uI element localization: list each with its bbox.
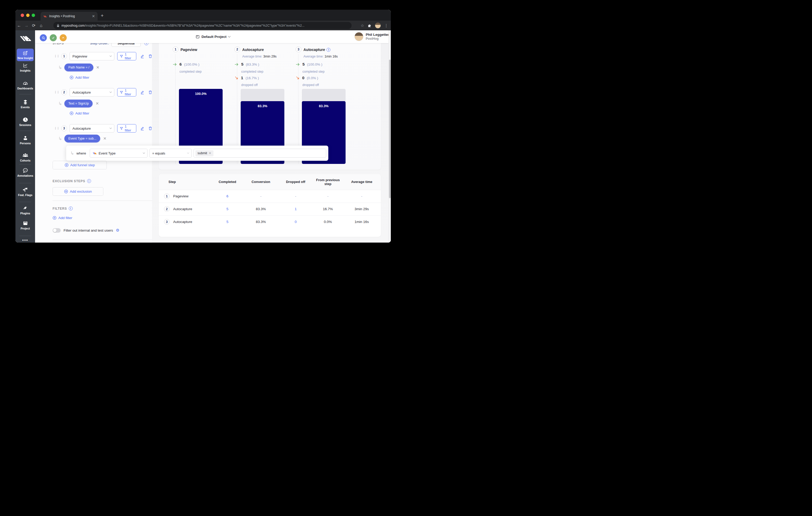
extensions-puzzle-icon[interactable]	[368, 24, 372, 27]
funnel-step-number: 3	[296, 47, 301, 52]
edit-step-icon[interactable]	[140, 54, 144, 58]
value-input[interactable]: submit ✕	[194, 149, 326, 158]
info-icon[interactable]: i	[87, 179, 91, 183]
sidebar-item-sessions[interactable]: Sessions	[16, 117, 35, 126]
sidebar-item-annotations[interactable]: Annotations	[16, 168, 35, 177]
nested-arrow-icon: ↳	[70, 151, 74, 155]
sidebar-item-insights[interactable]: Insights	[16, 63, 35, 72]
info-icon[interactable]: i	[326, 48, 330, 52]
url-bar[interactable]: myposthog.com/insights?insight=FUNNELS&a…	[53, 22, 352, 29]
filter-pill[interactable]: Event Type = sub...	[64, 134, 100, 143]
sidebar-item-dashboards[interactable]: Dashboards	[16, 81, 35, 90]
step-filter-button[interactable]: 1 filter	[117, 52, 136, 60]
drag-handle-icon[interactable]: ⋮⋮	[54, 55, 59, 58]
sidebar-item-feature-flags[interactable]: Feat. Flags	[16, 187, 35, 196]
edit-step-icon[interactable]	[140, 90, 144, 94]
row-step-number: 1	[164, 193, 170, 199]
add-global-filter-link[interactable]: Add filter	[53, 216, 152, 220]
step-order-label: Step Order:	[90, 43, 109, 45]
reload-icon[interactable]: ⟳	[30, 23, 37, 28]
funnel-step-title: Autocapture	[303, 48, 325, 52]
sidebar-item-cohorts[interactable]: Cohorts	[16, 153, 35, 162]
completed-count: 5	[241, 62, 243, 67]
bookmark-star-icon[interactable]: ☆	[361, 23, 364, 28]
edit-step-icon[interactable]	[140, 126, 144, 130]
col-dropped-off: Dropped off	[278, 174, 313, 190]
add-filter-link[interactable]: Add filter	[53, 75, 152, 80]
dropped-percent: (0.0% )	[307, 76, 318, 80]
project-name: Default Project	[201, 35, 226, 39]
scrollbar-thumb[interactable]	[389, 60, 391, 198]
sidebar-item-events[interactable]: Events	[16, 99, 35, 109]
step-event-select[interactable]: Autocapture	[69, 124, 114, 132]
completed-link[interactable]: 5	[226, 220, 228, 224]
dropped-off-link[interactable]: 0	[295, 220, 297, 224]
filter-pill[interactable]: Path Name = /	[64, 63, 93, 71]
average-time-value: 3min 29s	[263, 55, 277, 58]
col-step: Step	[159, 174, 211, 190]
arrow-right-icon	[234, 62, 239, 67]
sidebar-item-project[interactable]: Project	[16, 221, 35, 230]
user-block[interactable]: Phil Leggetter PostHog	[354, 32, 389, 41]
back-icon[interactable]: ←	[16, 23, 23, 28]
bar-percent-label: 83.3%	[241, 104, 284, 108]
scrollbar-track[interactable]	[388, 30, 391, 243]
dropped-off-label: dropped off	[302, 83, 319, 87]
step-order-select[interactable]: Sequential	[111, 43, 141, 47]
filter-pill[interactable]: Text = SignUp	[64, 99, 93, 108]
project-switcher[interactable]: Default Project	[35, 30, 391, 43]
dropped-count: 1	[241, 75, 243, 80]
add-filter-link[interactable]: Add filter	[53, 111, 152, 115]
sidebar-item-new-insight[interactable]: New Insight	[17, 49, 34, 61]
browser-profile-avatar[interactable]	[375, 23, 381, 29]
step-event-select[interactable]: Autocapture	[69, 88, 114, 96]
lock-icon	[57, 24, 60, 27]
tab-close-icon[interactable]: ✕	[92, 14, 95, 18]
browser-menu-icon[interactable]: ⋮	[384, 23, 388, 28]
remove-filter-icon[interactable]: ✕	[95, 101, 99, 106]
close-window-button[interactable]	[21, 13, 24, 17]
sidebar-item-persons[interactable]: Persons	[16, 135, 35, 145]
completed-link[interactable]: 6	[226, 194, 228, 198]
add-funnel-step-button[interactable]: Add funnel step	[53, 161, 107, 170]
dropped-off-link[interactable]: 1	[295, 207, 297, 211]
add-exclusion-button[interactable]: Add exclusion	[53, 187, 103, 196]
operator-select[interactable]: = equals	[149, 149, 192, 158]
gear-icon[interactable]: ⚙	[116, 228, 119, 233]
delete-step-icon[interactable]	[148, 90, 152, 94]
new-tab-button[interactable]: +	[101, 13, 104, 19]
drag-handle-icon[interactable]: ⋮⋮	[54, 127, 59, 130]
property-value: Event Type	[98, 151, 116, 155]
average-time-value: 1min 16s	[354, 220, 369, 224]
step-order-info-icon[interactable]: i	[144, 43, 148, 45]
funnel-results-table-card: Step Completed Conversion Dropped off Fr…	[159, 174, 381, 237]
zoom-window-button[interactable]	[32, 13, 35, 17]
row-step-number: 3	[164, 219, 170, 224]
sidebar-more-icon[interactable]: •••	[16, 238, 35, 243]
sidebar: New Insight Insights Dashboards	[16, 30, 35, 243]
browser-tab[interactable]: Insights • PostHog ✕	[40, 12, 97, 21]
step-filter-button[interactable]: 1 filter	[117, 124, 136, 132]
sidebar-item-plugins[interactable]: Plugins	[16, 205, 35, 215]
step-filter-button[interactable]: 1 filter	[117, 88, 136, 96]
value-tag[interactable]: submit ✕	[196, 150, 213, 156]
filter-count-label: 1 filter	[125, 88, 134, 96]
filter-internal-users-toggle[interactable]	[53, 228, 61, 233]
posthog-logo[interactable]	[16, 34, 35, 41]
home-icon[interactable]: ⌂	[37, 23, 45, 28]
table-row: 2Autocapture 5 83.3% 1 16.7% 3min 29s	[159, 203, 381, 215]
remove-filter-icon[interactable]: ✕	[96, 65, 100, 70]
drag-handle-icon[interactable]: ⋮⋮	[54, 91, 59, 94]
info-icon[interactable]: i	[69, 207, 73, 210]
posthog-app: New Insight Insights Dashboards	[16, 30, 391, 243]
step-event-select[interactable]: Pageview	[69, 52, 114, 60]
remove-value-icon[interactable]: ✕	[209, 151, 211, 155]
minimize-window-button[interactable]	[26, 13, 30, 17]
property-select[interactable]: Event Type	[90, 149, 148, 158]
forward-icon[interactable]: →	[23, 23, 30, 28]
completed-stat: 5 (83.3% )	[234, 62, 259, 67]
delete-step-icon[interactable]	[148, 126, 152, 130]
remove-filter-icon[interactable]: ✕	[103, 136, 107, 141]
delete-step-icon[interactable]	[148, 54, 152, 58]
completed-link[interactable]: 5	[226, 207, 228, 211]
